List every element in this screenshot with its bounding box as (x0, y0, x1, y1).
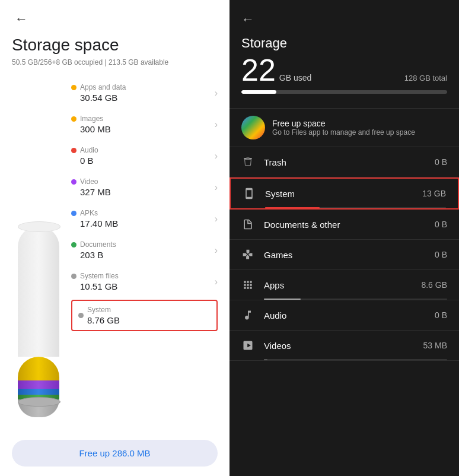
item-left-documents: Documents 203 B (71, 240, 116, 260)
category-video: Video (80, 177, 98, 186)
cylinder-segments (18, 357, 59, 417)
right-item-docs-other[interactable]: Documents & other 0 B (230, 210, 459, 240)
name-apps: Apps (264, 280, 412, 290)
size-sysfiles: 10.51 GB (80, 281, 119, 291)
size-documents: 203 B (80, 250, 116, 260)
back-button-left[interactable]: ← (12, 9, 31, 28)
storage-cylinder (12, 77, 65, 429)
dot-sysfiles (71, 274, 76, 279)
item-label-row-apps-data: Apps and data (71, 83, 126, 91)
chevron-apks: › (215, 214, 218, 224)
segment-blue (18, 389, 59, 395)
right-title: Storage (241, 36, 447, 51)
item-left-sysfiles: System files 10.51 GB (71, 272, 119, 291)
size-trash: 0 B (435, 157, 447, 167)
item-left-video: Video 327 MB (71, 177, 111, 197)
gb-total-label: 128 GB total (404, 74, 447, 82)
right-item-apps[interactable]: Apps 8.6 GB (230, 270, 459, 300)
gb-used-number: 22 (241, 55, 276, 85)
size-apps: 8.6 GB (421, 280, 447, 290)
item-label-row-video: Video (71, 177, 111, 186)
size-docs-other: 0 B (435, 220, 447, 229)
item-label-row-sysfiles: System files (71, 272, 119, 280)
size-games: 0 B (435, 250, 447, 259)
cylinder-body (18, 226, 59, 417)
free-up-text: Free up space Go to Files app to manage … (272, 119, 415, 137)
page-title: Storage space (12, 36, 218, 55)
right-item-games[interactable]: Games 0 B (230, 240, 459, 270)
item-left-apks: APKs 17.40 MB (71, 209, 118, 229)
size-system: 13 GB (422, 189, 446, 198)
segment-purple (18, 380, 59, 389)
name-audio-right: Audio (264, 310, 425, 320)
name-trash: Trash (264, 157, 425, 167)
system-item-left: System 8.76 GB (78, 306, 120, 325)
gb-used-label: GB used (279, 73, 311, 82)
free-up-banner-sub: Go to Files app to manage and free up sp… (272, 128, 415, 137)
category-audio: Audio (80, 146, 98, 154)
icon-system (243, 187, 256, 200)
storage-progress-bar (241, 90, 447, 94)
left-item-images[interactable]: Images 300 MB › (71, 109, 218, 140)
right-item-trash[interactable]: Trash 0 B (230, 147, 459, 177)
storage-number-row: 22 GB used 128 GB total (241, 55, 447, 85)
right-item-system[interactable]: System 13 GB (230, 177, 459, 210)
system-label-col: System 8.76 GB (87, 306, 120, 325)
segment-yellow (18, 357, 59, 380)
item-label-row-images: Images (71, 115, 111, 123)
free-up-banner[interactable]: Free up space Go to Files app to manage … (230, 108, 459, 147)
chevron-audio: › (215, 151, 218, 161)
dot-apks (71, 211, 76, 216)
system-size: 8.76 GB (87, 315, 120, 325)
icon-videos-right (241, 339, 254, 352)
dot-images (71, 116, 76, 122)
segment-gray (18, 399, 59, 417)
dot-video (71, 179, 76, 185)
system-category: System (87, 306, 120, 314)
cylinder-top (18, 226, 59, 357)
storage-items-list: Apps and data 30.54 GB › Images 300 MB ›… (71, 77, 218, 429)
back-button-right[interactable]: ← (241, 12, 447, 27)
left-item-video[interactable]: Video 327 MB › (71, 172, 218, 203)
item-label-row-audio: Audio (71, 146, 98, 154)
item-bar-fill-system (265, 207, 320, 208)
size-video: 327 MB (80, 187, 111, 197)
free-up-button[interactable]: Free up 286.0 MB (12, 440, 218, 467)
size-audio: 0 B (80, 156, 98, 166)
category-documents: Documents (80, 240, 116, 249)
dot-audio (71, 148, 76, 153)
right-item-audio-right[interactable]: Audio 0 B (230, 300, 459, 331)
icon-games (241, 248, 254, 261)
storage-subtitle: 50.5 GB/256+8 GB occupied | 213.5 GB ava… (12, 58, 218, 66)
left-item-apps-data[interactable]: Apps and data 30.54 GB › (71, 77, 218, 109)
left-item-sysfiles[interactable]: System files 10.51 GB › (71, 266, 218, 297)
name-videos-right: Videos (264, 341, 414, 351)
icon-docs-other (241, 218, 254, 231)
item-left-apps-data: Apps and data 30.54 GB (71, 83, 126, 103)
item-label-row-apks: APKs (71, 209, 118, 217)
dot-apps-data (71, 85, 76, 90)
size-apks: 17.40 MB (80, 218, 118, 229)
category-images: Images (80, 115, 103, 123)
icon-apps (241, 278, 254, 291)
category-sysfiles: System files (80, 272, 119, 280)
name-system: System (265, 189, 413, 199)
item-bar-system (265, 207, 446, 208)
item-bar-apps (264, 299, 447, 300)
free-up-banner-title: Free up space (272, 119, 415, 128)
item-label-row-documents: Documents (71, 240, 116, 249)
chevron-apps-data: › (215, 88, 218, 99)
dot-documents (71, 242, 76, 247)
right-item-videos-right[interactable]: Videos 53 MB (230, 331, 459, 361)
left-item-apks[interactable]: APKs 17.40 MB › (71, 203, 218, 234)
item-bar-videos-right (264, 359, 447, 360)
item-bar-fill-videos-right (264, 359, 267, 360)
item-left-images: Images 300 MB (71, 115, 111, 134)
right-items-list: Trash 0 B System 13 GB Documents & other… (230, 147, 459, 476)
category-apps-data: Apps and data (80, 83, 126, 91)
left-item-documents[interactable]: Documents 203 B › (71, 234, 218, 266)
category-apks: APKs (80, 209, 98, 217)
right-panel: ← Storage 22 GB used 128 GB total Free u… (230, 0, 459, 476)
left-item-audio[interactable]: Audio 0 B › (71, 140, 218, 172)
system-item-highlighted[interactable]: System 8.76 GB (71, 300, 218, 331)
